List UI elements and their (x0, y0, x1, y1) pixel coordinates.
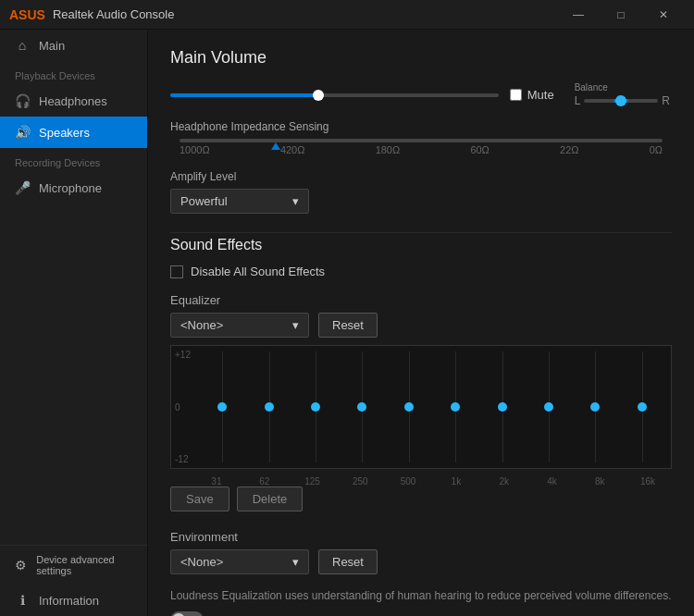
volume-slider[interactable] (170, 93, 499, 97)
main-content: Main Volume Mute Balance L (148, 30, 694, 616)
volume-fill (170, 93, 318, 97)
information-label: Information (39, 594, 99, 608)
eq-bar-1k[interactable] (432, 351, 478, 462)
eq-thumb-125[interactable] (311, 402, 320, 412)
speakers-label: Speakers (39, 126, 90, 140)
eq-reset-button[interactable]: Reset (318, 313, 378, 338)
eq-bar-2k[interactable] (478, 351, 525, 462)
eq-thumb-500[interactable] (404, 402, 414, 412)
eq-freq-label-2k: 2k (480, 476, 528, 487)
amplify-select[interactable]: Powerful ▾ (170, 189, 309, 214)
environment-title: Environment (170, 530, 672, 544)
eq-bar-250[interactable] (339, 351, 385, 462)
loudness-info: Loudness Equalization uses understanding… (170, 587, 672, 604)
impedance-marker (271, 142, 280, 150)
sidebar-item-speakers[interactable]: 🔊 Speakers (0, 117, 147, 148)
eq-thumb-16k[interactable] (638, 402, 647, 412)
balance-slider[interactable] (584, 99, 658, 103)
balance-thumb[interactable] (615, 95, 626, 106)
eq-freq-label-250: 250 (336, 476, 384, 487)
playback-section-label: Playback Devices (0, 61, 147, 85)
eq-bar-31[interactable] (199, 351, 245, 462)
speakers-icon: 🔊 (15, 125, 30, 140)
volume-row: Mute Balance L R (170, 82, 672, 107)
sidebar-item-information[interactable]: ℹ Information (0, 585, 147, 616)
loudness-toggle[interactable] (170, 611, 204, 616)
env-select[interactable]: <None> ▾ (170, 549, 309, 574)
sidebar-item-device-settings[interactable]: ⚙ Device advanced settings (0, 546, 147, 585)
eq-thumb-1k[interactable] (451, 402, 460, 412)
minimize-button[interactable]: — (557, 0, 600, 30)
eq-none: <None> (180, 318, 223, 332)
disable-effects-checkbox[interactable] (170, 265, 183, 278)
eq-y-top: +12 (175, 350, 191, 360)
eq-freq-label-4k: 4k (528, 476, 576, 487)
eq-delete-button[interactable]: Delete (237, 487, 304, 511)
amplify-selected: Powerful (180, 194, 228, 208)
env-reset-button[interactable]: Reset (318, 549, 378, 574)
eq-actions: Save Delete (170, 487, 672, 511)
info-icon: ℹ (15, 593, 30, 608)
eq-thumb-2k[interactable] (498, 402, 507, 412)
maximize-button[interactable]: □ (600, 0, 642, 30)
eq-bar-8k[interactable] (572, 351, 618, 462)
eq-freq-label-8k: 8k (576, 476, 624, 487)
settings-icon: ⚙ (15, 558, 27, 573)
imp-22: 22Ω (560, 144, 578, 155)
balance-r: R (662, 94, 670, 107)
imp-60: 60Ω (470, 144, 489, 155)
imp-420: 420Ω (280, 144, 305, 155)
headphones-icon: 🎧 (15, 93, 30, 108)
impedance-label: Headphone Impedance Sensing (170, 120, 672, 133)
close-button[interactable]: ✕ (642, 0, 685, 30)
disable-effects-label: Disable All Sound Effects (191, 265, 325, 278)
impedance-markers: 1000Ω 420Ω 180Ω 60Ω 22Ω 0Ω (180, 144, 663, 155)
sidebar-item-headphones[interactable]: 🎧 Headphones (0, 85, 147, 117)
mute-checkbox[interactable] (510, 89, 522, 101)
microphone-icon: 🎤 (15, 180, 30, 195)
eq-freq-labels: 31621252505001k2k4k8k16k (192, 476, 672, 487)
sidebar-item-main[interactable]: ⌂ Main (0, 30, 147, 61)
loudness-off-label: Off (213, 613, 229, 617)
balance-row: Balance L R (575, 82, 672, 107)
eq-bar-500[interactable] (386, 351, 432, 462)
balance-title: Balance L R (575, 82, 670, 107)
impedance-section: Headphone Impedance Sensing 1000Ω 420Ω 1… (170, 120, 672, 155)
equalizer-label: Equalizer (170, 293, 672, 307)
eq-thumb-250[interactable] (357, 402, 366, 412)
equalizer-row: <None> ▾ Reset (170, 313, 672, 338)
eq-freq-label-31: 31 (192, 476, 241, 487)
impedance-track[interactable] (180, 139, 663, 142)
sidebar-item-microphone[interactable]: 🎤 Microphone (0, 172, 147, 203)
chevron-down-icon: ▾ (292, 194, 299, 208)
recording-section-label: Recording Devices (0, 148, 147, 172)
imp-180: 180Ω (376, 144, 401, 155)
chevron-down-env-icon: ▾ (292, 555, 299, 569)
eq-bars-area (199, 351, 665, 462)
volume-title: Main Volume (170, 48, 672, 68)
equalizer-chart[interactable]: +12 0 -12 (170, 345, 672, 469)
amplify-section: Amplify Level Powerful ▾ (170, 170, 672, 214)
eq-freq-label-125: 125 (289, 476, 337, 487)
eq-select[interactable]: <None> ▾ (170, 313, 309, 338)
eq-y-labels: +12 0 -12 (175, 346, 191, 468)
mute-label: Mute (527, 88, 554, 102)
eq-freq-label-1k: 1k (432, 476, 480, 487)
volume-thumb[interactable] (313, 90, 324, 101)
eq-bar-16k[interactable] (619, 351, 665, 462)
imp-1000: 1000Ω (180, 144, 210, 155)
eq-thumb-31[interactable] (217, 402, 227, 412)
eq-freq-label-500: 500 (384, 476, 432, 487)
loudness-toggle-row: Off (170, 611, 672, 616)
eq-bar-125[interactable] (292, 351, 339, 462)
eq-save-button[interactable]: Save (170, 487, 229, 511)
environment-row: <None> ▾ Reset (170, 549, 672, 574)
eq-thumb-8k[interactable] (590, 402, 600, 412)
mute-row: Mute (510, 88, 554, 102)
eq-bar-62[interactable] (245, 351, 291, 462)
amplify-label: Amplify Level (170, 170, 672, 183)
eq-bar-4k[interactable] (526, 351, 572, 462)
microphone-label: Microphone (39, 181, 102, 195)
eq-thumb-4k[interactable] (544, 402, 553, 412)
eq-thumb-62[interactable] (265, 402, 274, 412)
